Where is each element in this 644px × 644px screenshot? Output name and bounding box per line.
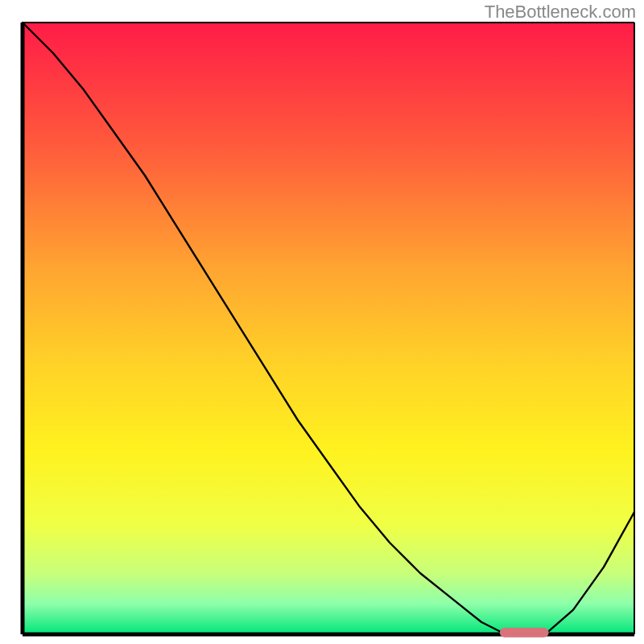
bottleneck-chart [0,0,644,644]
chart-container: TheBottleneck.com [0,0,644,644]
optimal-region-marker [500,628,549,638]
plot-background [23,23,634,634]
watermark-text: TheBottleneck.com [485,2,636,23]
